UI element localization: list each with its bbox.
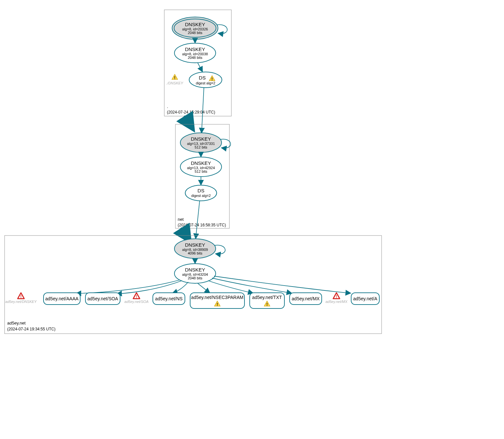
edge-zsk-txt (208, 281, 253, 293)
dnssec-graph: . (2024-07-24 15:29:04 UTC) DNSKEY alg=8… (0, 0, 504, 439)
node-dom-zsk[interactable]: DNSKEY alg=8, id=43204 2048 bits (174, 264, 216, 283)
edge-zsk-a (214, 276, 350, 293)
svg-text:digest alg=2: digest alg=2 (191, 194, 211, 198)
edge-net-ksk-self (221, 139, 231, 148)
svg-text:2048 bits: 2048 bits (188, 31, 203, 35)
svg-text:!: ! (174, 76, 175, 80)
zone-root-name: . (167, 104, 168, 109)
ghost-dom-soa: ! ad5ey.net/SOA (124, 293, 149, 304)
svg-text:!: ! (336, 294, 337, 299)
svg-text:DNSKEY: DNSKEY (185, 242, 205, 248)
svg-text:!: ! (211, 77, 213, 81)
svg-text:DNSKEY: DNSKEY (191, 136, 211, 142)
svg-text:ad5ey.net/NS: ad5ey.net/NS (155, 296, 183, 301)
svg-text:ad5ey.net/MX: ad5ey.net/MX (292, 296, 320, 301)
svg-text:ad5ey.net/NSEC3PARAM: ad5ey.net/NSEC3PARAM (191, 295, 243, 300)
svg-text:DS: DS (198, 188, 205, 193)
svg-text:2048 bits: 2048 bits (188, 56, 203, 60)
rr-nsec3param[interactable]: ad5ey.net/NSEC3PARAM ! (190, 293, 244, 308)
edge-zsk-soa (117, 281, 182, 294)
node-net-zsk[interactable]: DNSKEY alg=13, id=42924 512 bits (180, 157, 222, 177)
svg-text:ad5ey.net/SOA: ad5ey.net/SOA (87, 296, 118, 301)
svg-text:DS: DS (199, 75, 206, 80)
svg-text:ad5ey.net/AAAA: ad5ey.net/AAAA (45, 296, 79, 301)
edge-zsk-ns (173, 282, 188, 293)
svg-text:DNSKEY: DNSKEY (185, 267, 205, 272)
svg-text:4096 bits: 4096 bits (188, 251, 203, 255)
rr-mx[interactable]: ad5ey.net/MX (290, 293, 322, 305)
svg-text:ad5ey.net/SOA: ad5ey.net/SOA (124, 300, 149, 304)
node-dom-ksk[interactable]: DNSKEY alg=8, id=38909 4096 bits (174, 239, 216, 258)
node-root-ksk[interactable]: DNSKEY alg=8, id=20326 2048 bits (172, 17, 218, 39)
svg-text:DNSKEY: DNSKEY (191, 160, 211, 166)
edge-root-ksk-self (217, 25, 227, 33)
edge-zsk-aaaa (77, 280, 179, 293)
svg-text:ad5ey.net/MX: ad5ey.net/MX (325, 300, 348, 304)
svg-text:ad5ey.net/DNSKEY: ad5ey.net/DNSKEY (5, 300, 37, 304)
rr-txt[interactable]: ad5ey.net/TXT ! (250, 293, 284, 308)
svg-text:512 bits: 512 bits (195, 145, 207, 149)
edge-delegation-root-net (185, 117, 190, 124)
rr-a[interactable]: ad5ey.net/A (351, 293, 379, 305)
svg-text:512 bits: 512 bits (195, 169, 207, 173)
svg-text:DNSKEY: DNSKEY (185, 46, 205, 52)
svg-text:!: ! (136, 294, 137, 299)
rr-ns[interactable]: ad5ey.net/NS (153, 293, 185, 305)
svg-text:!: ! (217, 302, 218, 307)
node-root-zsk[interactable]: DNSKEY alg=8, id=20038 2048 bits (174, 43, 216, 63)
ghost-dom-dnskey: ! ad5ey.net/DNSKEY (5, 293, 37, 304)
svg-text:DNSKEY: DNSKEY (185, 22, 205, 27)
node-root-ds[interactable]: DS ! digest alg=2 (189, 72, 222, 88)
zone-net-ts: (2024-07-24 16:58:35 UTC) (178, 223, 226, 227)
svg-text:ad5ey.net/A: ad5ey.net/A (353, 296, 377, 301)
rr-aaaa[interactable]: ad5ey.net/AAAA (44, 293, 80, 305)
edge-dom-ksk-self (215, 245, 225, 254)
zone-root-ts: (2024-07-24 15:29:04 UTC) (167, 110, 215, 114)
edge-zsk-nsec3 (198, 283, 209, 293)
svg-text:./DNSKEY: ./DNSKEY (166, 81, 183, 85)
edge-net-ds-dom-ksk (196, 201, 200, 238)
node-net-ds[interactable]: DS digest alg=2 (185, 185, 217, 201)
zone-domain-ts: (2024-07-24 19:34:55 UTC) (7, 327, 55, 331)
edge-root-zsk-ds (198, 63, 202, 71)
ghost-root-dnskey: ! ./DNSKEY (166, 74, 183, 85)
rr-soa[interactable]: ad5ey.net/SOA (85, 293, 120, 305)
svg-text:2048 bits: 2048 bits (188, 276, 203, 280)
svg-text:!: ! (266, 302, 268, 307)
ghost-dom-mx: ! ad5ey.net/MX (325, 293, 348, 304)
node-net-ksk[interactable]: DNSKEY alg=13, id=37331 512 bits (180, 133, 222, 152)
svg-text:digest alg=2: digest alg=2 (196, 81, 215, 85)
svg-text:!: ! (20, 294, 22, 299)
svg-text:ad5ey.net/TXT: ad5ey.net/TXT (252, 295, 282, 300)
edge-delegation-net-domain (182, 229, 187, 236)
zone-domain-name: ad5ey.net (7, 321, 26, 325)
zone-net-name: net (178, 217, 184, 222)
